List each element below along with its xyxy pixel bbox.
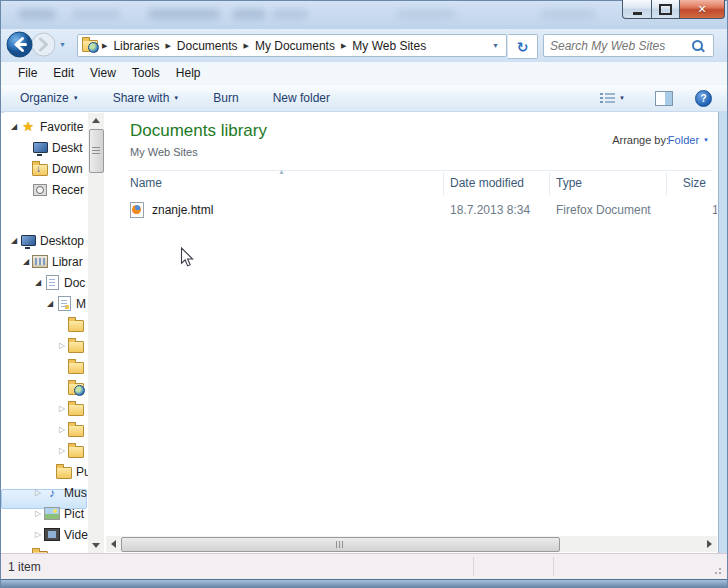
preview-pane-button[interactable]	[647, 88, 681, 109]
expander-closed-icon[interactable]: ▷	[59, 342, 65, 350]
web-folder-icon	[68, 380, 84, 396]
search-icon[interactable]	[692, 40, 703, 51]
expander-open-icon[interactable]: ◢	[11, 237, 17, 245]
chevron-right-icon: ▶	[100, 42, 109, 50]
refresh-button[interactable]: ↻	[508, 34, 538, 59]
new-folder-button[interactable]: New folder	[265, 88, 338, 108]
breadcrumb-my-documents[interactable]: My Documents	[251, 39, 339, 53]
column-header-type[interactable]: Type	[556, 176, 582, 190]
sidebar-item-desktop[interactable]: ◢ Desktop	[0, 230, 88, 251]
forward-button-disabled[interactable]	[31, 32, 56, 57]
file-row-znanje-html[interactable]: znanje.html 18.7.2013 8:34 Firefox Docum…	[124, 199, 717, 220]
column-header-name[interactable]: Name	[130, 176, 162, 190]
folder-icon	[68, 359, 84, 375]
expander-closed-icon[interactable]: ▷	[35, 531, 41, 539]
expander-closed-icon[interactable]: ▷	[35, 510, 41, 518]
menu-edit[interactable]: Edit	[45, 64, 82, 82]
sidebar-item-favorites[interactable]: ◢ ★ Favorite	[0, 116, 88, 137]
document-page-icon	[56, 296, 72, 312]
breadcrumb-my-web-sites[interactable]: My Web Sites	[348, 39, 430, 53]
expander-open-icon[interactable]: ◢	[47, 300, 53, 308]
sidebar-item-folder[interactable]: ▷	[0, 398, 88, 419]
chevron-down-icon: ▼	[73, 95, 79, 101]
search-box	[543, 34, 714, 57]
close-button[interactable]: ✕	[680, 0, 725, 19]
address-dropdown[interactable]: ▼	[489, 42, 502, 49]
sidebar-item-music[interactable]: ▷ ♪ Mus	[0, 482, 88, 503]
preview-pane-icon	[655, 91, 673, 106]
expander-open-icon[interactable]: ◢	[35, 279, 41, 287]
menu-file[interactable]: File	[10, 64, 45, 82]
title-blur-smudge	[72, 9, 120, 19]
expander-closed-icon[interactable]: ▷	[59, 447, 65, 455]
breadcrumb-documents[interactable]: Documents	[173, 39, 242, 53]
folder-icon	[56, 464, 72, 480]
sidebar-item-videos[interactable]: ▷ Vide	[0, 524, 88, 545]
sidebar-item-desktop-shortcut[interactable]: Deskt	[0, 137, 88, 158]
expander-open-icon[interactable]: ◢	[11, 123, 17, 131]
title-blur-smudge	[18, 9, 56, 19]
chevron-down-icon: ▼	[703, 137, 709, 143]
downloads-icon: ↓	[32, 161, 48, 177]
scroll-right-icon[interactable]	[707, 540, 712, 548]
sidebar-item-folder[interactable]: ▷	[0, 440, 88, 461]
column-divider[interactable]	[666, 173, 667, 195]
firefox-document-icon	[130, 202, 144, 218]
help-icon: ?	[700, 93, 706, 104]
resize-grip[interactable]	[712, 565, 722, 575]
title-blur-smudge	[396, 9, 456, 19]
sidebar-item-folder[interactable]	[0, 314, 88, 335]
address-bar[interactable]: ▶ Libraries ▶ Documents ▶ My Documents ▶…	[77, 34, 507, 57]
column-header-size[interactable]: Size	[673, 176, 706, 190]
help-button[interactable]: ?	[695, 90, 712, 107]
expander-open-icon[interactable]: ◢	[23, 258, 29, 266]
sidebar-item-recent-places[interactable]: Recer	[0, 179, 88, 200]
sidebar-item-pictures[interactable]: ▷ Pict	[0, 503, 88, 524]
breadcrumb-libraries[interactable]: Libraries	[109, 39, 163, 53]
recent-pages-dropdown[interactable]: ▼	[59, 41, 66, 48]
scroll-down-icon[interactable]	[92, 543, 100, 548]
arrange-by-dropdown[interactable]: Folder ▼	[668, 134, 709, 146]
horizontal-scrollbar-thumb[interactable]	[121, 537, 560, 552]
navigation-bar: ▼ ▶ Libraries ▶ Documents ▶ My Documents…	[0, 29, 728, 62]
expander-closed-icon[interactable]: ▷	[59, 426, 65, 434]
horizontal-scrollbar[interactable]	[106, 536, 717, 552]
back-button[interactable]	[6, 31, 33, 58]
sidebar-item-downloads[interactable]: ↓ Down	[0, 158, 88, 179]
folder-icon	[68, 317, 84, 333]
search-input[interactable]	[544, 39, 692, 53]
sidebar-scrollbar-thumb[interactable]	[89, 129, 104, 173]
desktop-icon	[20, 233, 36, 249]
sidebar-scrollbar[interactable]	[88, 113, 104, 553]
sidebar-item-my-documents[interactable]: ◢ M	[0, 293, 88, 314]
scroll-left-icon[interactable]	[111, 540, 116, 548]
share-with-button[interactable]: Share with▼	[105, 88, 188, 108]
library-title: Documents library	[130, 121, 267, 141]
file-list-pane: Documents library My Web Sites Arrange b…	[106, 113, 717, 536]
column-divider[interactable]	[549, 173, 550, 195]
sidebar-item-libraries[interactable]: ◢ Librar	[0, 251, 88, 272]
sidebar-item-folder[interactable]: ▷	[0, 335, 88, 356]
address-location-icon	[82, 38, 98, 54]
chevron-down-icon: ▼	[619, 95, 625, 101]
sidebar-item-folder[interactable]	[0, 356, 88, 377]
burn-button[interactable]: Burn	[205, 88, 246, 108]
expander-closed-icon[interactable]: ▷	[59, 405, 65, 413]
column-header-date-modified[interactable]: Date modified	[450, 176, 524, 190]
maximize-button[interactable]	[652, 0, 680, 19]
menu-help[interactable]: Help	[168, 64, 209, 82]
scroll-up-icon[interactable]	[92, 118, 100, 123]
menu-view[interactable]: View	[82, 64, 124, 82]
window-border-bottom	[0, 579, 728, 588]
sidebar-item-public-documents[interactable]: Pu	[0, 461, 88, 482]
menu-tools[interactable]: Tools	[124, 64, 168, 82]
expander-closed-icon[interactable]: ▷	[35, 489, 41, 497]
sidebar-item-my-web-sites[interactable]	[0, 377, 88, 398]
minimize-button[interactable]	[622, 0, 652, 19]
sidebar-item-folder[interactable]: ▷	[0, 419, 88, 440]
change-view-button[interactable]: ▼	[592, 89, 633, 107]
organize-button[interactable]: Organize▼	[12, 88, 87, 108]
sidebar-item-documents-library[interactable]: ◢ Doc	[0, 272, 88, 293]
column-divider[interactable]	[443, 173, 444, 195]
sidebar-item-folder[interactable]	[0, 545, 88, 553]
